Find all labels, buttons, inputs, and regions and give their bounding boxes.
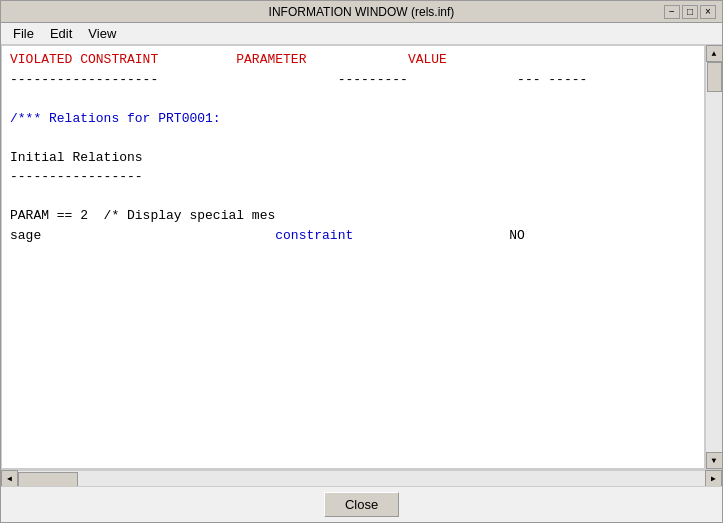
parameter-header: PARAMETER <box>236 52 306 67</box>
main-content-area: VIOLATED CONSTRAINT PARAMETER VALUE ----… <box>1 45 722 469</box>
empty-line-3 <box>10 187 696 207</box>
close-window-button[interactable]: × <box>700 5 716 19</box>
main-window: INFORMATION WINDOW (rels.inf) − □ × File… <box>0 0 723 523</box>
window-title: INFORMATION WINDOW (rels.inf) <box>59 5 664 19</box>
menu-file[interactable]: File <box>5 24 42 43</box>
restore-button[interactable]: □ <box>682 5 698 19</box>
scroll-down-button[interactable]: ▼ <box>706 452 723 469</box>
vertical-scrollbar: ▲ ▼ <box>705 45 722 469</box>
scroll-left-button[interactable]: ◀ <box>1 470 18 487</box>
header-line: VIOLATED CONSTRAINT PARAMETER VALUE <box>10 50 696 70</box>
menu-view[interactable]: View <box>80 24 124 43</box>
scroll-thumb-v[interactable] <box>707 62 722 92</box>
menu-edit[interactable]: Edit <box>42 24 80 43</box>
menu-bar: File Edit View <box>1 23 722 45</box>
violated-header: VIOLATED CONSTRAINT <box>10 52 158 67</box>
scroll-thumb-h[interactable] <box>18 472 78 487</box>
title-bar: INFORMATION WINDOW (rels.inf) − □ × <box>1 1 722 23</box>
empty-line-2 <box>10 128 696 148</box>
scroll-track-v[interactable] <box>706 62 723 452</box>
empty-line-1 <box>10 89 696 109</box>
scroll-right-button[interactable]: ▶ <box>705 470 722 487</box>
title-buttons: − □ × <box>664 5 716 19</box>
text-display: VIOLATED CONSTRAINT PARAMETER VALUE ----… <box>1 45 705 469</box>
separator-line: ------------------- --------- --- ----- <box>10 70 696 90</box>
param-line: PARAM == 2 /* Display special mes <box>10 206 696 226</box>
scroll-up-button[interactable]: ▲ <box>706 45 723 62</box>
horizontal-scrollbar: ◀ ▶ <box>1 469 722 486</box>
sage-line: sage constraint NO <box>10 226 696 246</box>
close-button[interactable]: Close <box>324 492 399 517</box>
constraint-value: constraint <box>275 228 353 243</box>
minimize-button[interactable]: − <box>664 5 680 19</box>
scroll-track-h[interactable] <box>18 470 705 487</box>
relations-header: /*** Relations for PRT0001: <box>10 109 696 129</box>
bottom-bar: Close <box>1 486 722 522</box>
initial-relations-label: Initial Relations <box>10 148 696 168</box>
initial-relations-sep: ----------------- <box>10 167 696 187</box>
value-header: VALUE <box>408 52 447 67</box>
